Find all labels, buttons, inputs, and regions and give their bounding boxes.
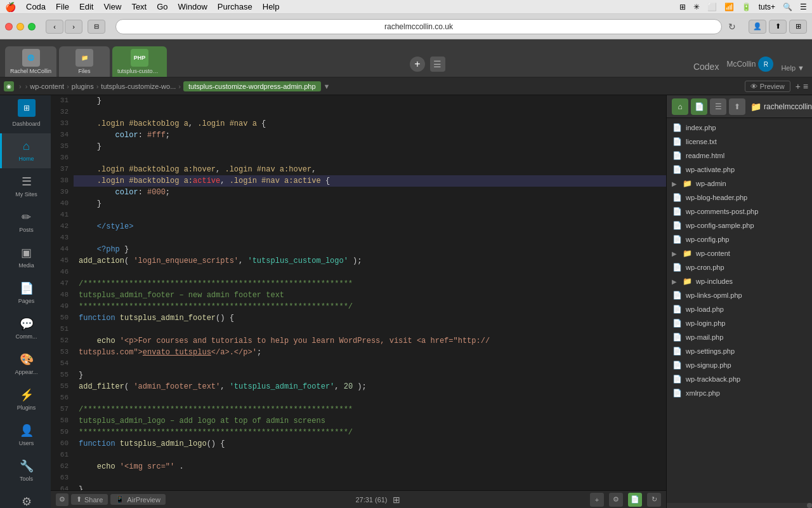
file-type-button[interactable]: 📄: [628, 493, 642, 507]
preview-button[interactable]: 👁 Preview: [745, 81, 790, 92]
menu-file[interactable]: File: [56, 2, 69, 11]
codex-button[interactable]: Codex: [688, 62, 724, 72]
comments-icon: 💬: [20, 317, 34, 331]
tab-rachel[interactable]: 🌐 Rachel McCollin: [5, 46, 56, 77]
fullscreen-button[interactable]: [28, 23, 36, 30]
code-line-59: 59 *************************************…: [51, 427, 666, 438]
fp-home-button[interactable]: ⌂: [672, 98, 688, 115]
file-item-wp-includes[interactable]: ▶ 📁 wp-includes: [667, 274, 812, 288]
code-editor[interactable]: 31 } 32 33 .login #backtoblog a, .login …: [51, 95, 666, 490]
fp-list-button[interactable]: ☰: [710, 98, 726, 115]
traffic-lights: [5, 23, 36, 30]
menu-coda[interactable]: Coda: [26, 2, 46, 11]
scrollbar-thumb[interactable]: [807, 503, 812, 508]
file-item-xmlrpc[interactable]: 📄 xmlrpc.php: [667, 386, 812, 400]
bc-active-file[interactable]: tutsplus-customize-wordpress-admin.php: [183, 81, 321, 91]
sidebar-plugins-label: Plugins: [17, 404, 36, 411]
sidebar-item-posts[interactable]: ✏ Posts: [0, 204, 51, 239]
sidebar-item-pages[interactable]: 📄 Pages: [0, 275, 51, 311]
sidebar-item-comments[interactable]: 💬 Comm...: [0, 311, 51, 346]
airpreview-button[interactable]: 📱 AirPreview: [110, 494, 166, 505]
file-name-readme-html: readme.html: [686, 152, 724, 159]
file-item-wp-links-opml[interactable]: 📄 wp-links-opml.php: [667, 288, 812, 302]
menu-view[interactable]: View: [103, 2, 121, 11]
add-line-button[interactable]: +: [590, 493, 604, 507]
sidebar-item-mysites[interactable]: ☰ My Sites: [0, 168, 51, 204]
file-item-wp-load[interactable]: 📄 wp-load.php: [667, 302, 812, 316]
php-icon-13: 📄: [672, 374, 682, 384]
home-breadcrumb-icon[interactable]: ◉: [4, 81, 14, 91]
bc-tutsplus-folder[interactable]: tutsplus-customize-wo...: [101, 83, 176, 90]
sidebar-item-home[interactable]: ⌂ Home: [0, 133, 51, 168]
file-item-wp-signup[interactable]: 📄 wp-signup.php: [667, 358, 812, 372]
appearance-icon: 🎨: [20, 352, 34, 366]
settings-button-right[interactable]: ⚙: [609, 493, 623, 507]
file-item-readme-html[interactable]: 📄 readme.html: [667, 149, 812, 163]
code-line-36: 36: [51, 152, 666, 164]
file-item-license-txt[interactable]: 📄 license.txt: [667, 135, 812, 149]
file-item-wp-trackback[interactable]: 📄 wp-trackback.php: [667, 372, 812, 386]
share-window-button[interactable]: ⬆: [769, 20, 787, 34]
fp-files-button[interactable]: 📄: [691, 98, 707, 115]
back-button[interactable]: ‹: [46, 20, 63, 34]
code-line-37: 37 .login #backtoblog a:hover, .login #n…: [51, 164, 666, 175]
file-item-wp-config[interactable]: 📄 wp-config.php: [667, 232, 812, 246]
forward-button[interactable]: ›: [65, 20, 82, 34]
expand-button[interactable]: ⊞: [789, 20, 807, 34]
minimize-button[interactable]: [16, 23, 24, 30]
fp-folder-name[interactable]: 📁 rachelmccollin ▾: [750, 102, 812, 112]
sidebar-item-tools[interactable]: 🔧 Tools: [0, 453, 51, 488]
settings-button[interactable]: ⚙: [56, 493, 69, 506]
mc-collin-button[interactable]: McCollin R: [726, 57, 773, 72]
file-item-index-php[interactable]: 📄 index.php: [667, 121, 812, 135]
search-icon[interactable]: 🔍: [783, 3, 792, 11]
url-bar[interactable]: rachelmccollin.co.uk: [115, 19, 722, 34]
add-panel-button[interactable]: + ≡: [796, 81, 808, 91]
menu-go[interactable]: Go: [157, 2, 167, 11]
sidebar-toggle[interactable]: ⊟: [88, 20, 105, 34]
sidebar-item-users[interactable]: 👤 Users: [0, 417, 51, 453]
preview-toggle-button[interactable]: ↻: [647, 493, 661, 507]
file-item-wp-cron[interactable]: 📄 wp-cron.php: [667, 260, 812, 274]
sidebar-item-settings[interactable]: ⚙ Settings: [0, 488, 51, 508]
sidebar-item-media[interactable]: ▣ Media: [0, 239, 51, 275]
share-button[interactable]: ⬆ Share: [71, 494, 108, 505]
sidebar-item-appearance[interactable]: 🎨 Appear...: [0, 346, 51, 382]
menu-help[interactable]: Help: [263, 2, 280, 11]
file-item-wp-activate-php[interactable]: 📄 wp-activate.php: [667, 163, 812, 177]
person-button[interactable]: 👤: [749, 20, 766, 34]
menu-edit[interactable]: Edit: [79, 2, 93, 11]
menu-text[interactable]: Text: [131, 2, 147, 11]
file-item-wp-admin[interactable]: ▶ 📁 wp-admin: [667, 177, 812, 190]
sidebar-item-plugins[interactable]: ⚡ Plugins: [0, 382, 51, 417]
code-line-54: 54: [51, 358, 666, 370]
tab-php[interactable]: PHP tutsplus-customize-: [112, 46, 167, 77]
file-name-wp-content: wp-content: [696, 250, 730, 257]
menu-purchase[interactable]: Purchase: [218, 2, 252, 11]
file-item-wp-settings[interactable]: 📄 wp-settings.php: [667, 344, 812, 358]
file-item-wp-comments-post[interactable]: 📄 wp-comments-post.php: [667, 204, 812, 218]
bc-plugins[interactable]: plugins: [72, 83, 94, 90]
bc-wp-content[interactable]: wp-content: [30, 83, 64, 90]
folder-arrow-wp-content: ▶: [672, 250, 677, 257]
file-item-wp-content[interactable]: ▶ 📁 wp-content: [667, 246, 812, 260]
close-button[interactable]: [5, 23, 13, 30]
sidebar-item-dashboard[interactable]: ⊞ Dashboard: [0, 95, 51, 133]
file-item-wp-config-sample[interactable]: 📄 wp-config-sample.php: [667, 218, 812, 232]
file-item-wp-mail[interactable]: 📄 wp-mail.php: [667, 330, 812, 344]
code-line-42: 42 </style>: [51, 221, 666, 232]
add-tab-button[interactable]: +: [410, 57, 425, 72]
tab-files[interactable]: 📁 Files: [59, 46, 110, 77]
file-item-wp-blog-header[interactable]: 📄 wp-blog-header.php: [667, 190, 812, 204]
list-icon[interactable]: ☰: [800, 3, 807, 11]
file-item-wp-login[interactable]: 📄 wp-login.php: [667, 316, 812, 330]
sidebar-dashboard-label: Dashboard: [12, 121, 40, 127]
sidebar-icon[interactable]: ☰: [430, 57, 445, 72]
help-panel-button[interactable]: Help ▼: [778, 64, 807, 72]
refresh-button[interactable]: ↻: [726, 20, 738, 33]
username: tuts+: [759, 3, 775, 11]
code-line-50: 50 function tutsplus_admin_footer() {: [51, 312, 666, 324]
fp-upload-button[interactable]: ⬆: [729, 98, 745, 115]
apple-menu[interactable]: 🍎: [5, 2, 16, 12]
menu-window[interactable]: Window: [178, 2, 207, 11]
